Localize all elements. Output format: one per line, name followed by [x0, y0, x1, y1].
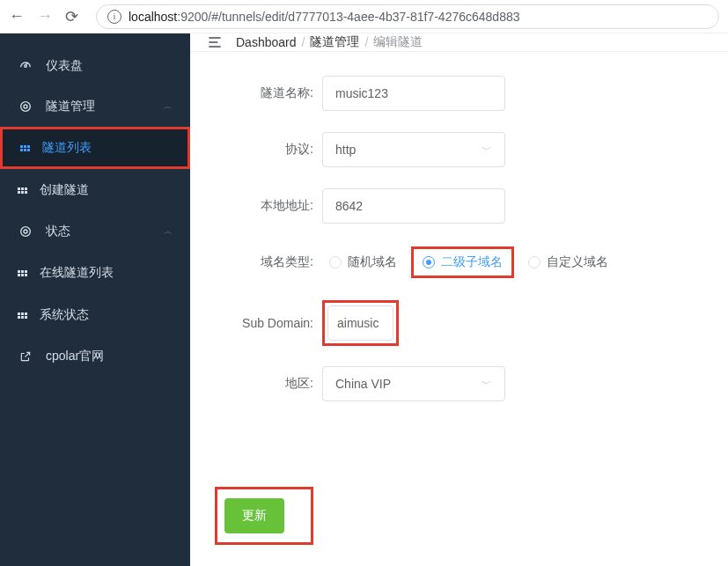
collapse-sidebar-button[interactable]	[206, 33, 224, 51]
browser-toolbar: ← → ⟳ i localhost:9200/#/tunnels/edit/d7…	[0, 0, 728, 33]
grid-icon	[18, 312, 27, 319]
grid-icon	[18, 270, 27, 276]
url-text: localhost:9200/#/tunnels/edit/d7777013-4…	[129, 10, 520, 24]
breadcrumb: Dashboard / 隧道管理 / 编辑隧道	[236, 34, 423, 50]
label-local-addr: 本地地址:	[199, 198, 322, 214]
sidebar-label: cpolar官网	[46, 349, 104, 364]
label-protocol: 协议:	[199, 142, 322, 158]
radio-icon	[528, 256, 540, 268]
grid-icon	[18, 187, 27, 194]
address-bar[interactable]: i localhost:9200/#/tunnels/edit/d7777013…	[96, 4, 719, 29]
breadcrumb-dashboard[interactable]: Dashboard	[236, 35, 297, 49]
chevron-up-icon: ︿	[164, 100, 173, 113]
sidebar-label: 隧道管理	[46, 99, 95, 114]
edit-tunnel-form: 隧道名称: 协议: http ﹀ 本地地址:	[190, 52, 728, 566]
sidebar-item-online-list[interactable]: 在线隧道列表	[0, 252, 190, 294]
region-select[interactable]: China VIP ﹀	[322, 366, 505, 401]
main-content: Dashboard / 隧道管理 / 编辑隧道 隧道名称: 协议: http	[190, 33, 728, 566]
chevron-down-icon: ﹀	[482, 143, 492, 158]
radio-label: 随机域名	[348, 254, 397, 270]
sub-domain-input[interactable]	[327, 305, 393, 341]
label-tunnel-name: 隧道名称:	[199, 85, 322, 101]
sidebar-label: 系统状态	[40, 307, 89, 323]
breadcrumb-current: 编辑隧道	[373, 34, 423, 50]
label-region: 地区:	[199, 376, 322, 392]
sidebar-label: 隧道列表	[42, 140, 92, 156]
sidebar-label: 在线隧道列表	[40, 265, 114, 281]
sidebar-label: 仪表盘	[46, 58, 83, 74]
sidebar-item-tunnels[interactable]: 隧道管理 ︿	[0, 86, 190, 127]
sidebar-label: 创建隧道	[40, 182, 89, 198]
sidebar-label: 状态	[46, 224, 70, 239]
radio-icon	[329, 256, 342, 268]
sidebar-item-system-status[interactable]: 系统状态	[0, 294, 190, 336]
reload-button[interactable]: ⟳	[65, 7, 78, 26]
radio-custom-domain[interactable]: 自定义域名	[521, 251, 615, 274]
sidebar-item-status[interactable]: 状态 ︿	[0, 211, 190, 252]
breadcrumb-separator: /	[302, 35, 305, 49]
label-sub-domain: Sub Domain:	[199, 316, 322, 330]
radio-label: 自定义域名	[547, 254, 608, 270]
breadcrumb-separator: /	[364, 35, 368, 49]
sidebar: 仪表盘 隧道管理 ︿ 隧道列表 创建隧道 状态 ︿ 在线隧道列表	[0, 33, 190, 566]
chevron-up-icon: ︿	[164, 225, 173, 238]
svg-point-0	[21, 102, 31, 112]
back-button[interactable]: ←	[9, 7, 25, 26]
gauge-icon	[18, 59, 33, 73]
forward-button[interactable]: →	[37, 7, 53, 26]
topbar: Dashboard / 隧道管理 / 编辑隧道	[190, 33, 728, 52]
region-value: China VIP	[335, 377, 391, 391]
radio-random-domain[interactable]: 随机域名	[322, 251, 404, 274]
radio-subdomain[interactable]: 二级子域名	[411, 246, 514, 278]
label-domain-type: 域名类型:	[199, 254, 322, 270]
grid-icon	[20, 145, 30, 151]
target-icon	[18, 99, 33, 114]
protocol-value: http	[335, 143, 356, 157]
highlight-box: 更新	[215, 487, 313, 545]
target-icon	[18, 224, 33, 239]
sidebar-item-dashboard[interactable]: 仪表盘	[0, 46, 190, 86]
highlight-box	[322, 300, 399, 346]
submit-button[interactable]: 更新	[224, 498, 284, 533]
radio-icon	[423, 256, 435, 268]
sidebar-item-tunnel-create[interactable]: 创建隧道	[0, 169, 190, 211]
chevron-down-icon: ﹀	[482, 377, 492, 392]
svg-point-1	[24, 105, 27, 108]
svg-point-2	[21, 227, 31, 237]
breadcrumb-tunnels[interactable]: 隧道管理	[310, 34, 359, 50]
radio-label: 二级子域名	[441, 254, 503, 270]
site-info-icon[interactable]: i	[107, 10, 121, 24]
sidebar-item-cpolar-site[interactable]: cpolar官网	[0, 336, 190, 377]
svg-point-3	[24, 230, 27, 233]
tunnel-name-input[interactable]	[322, 76, 505, 111]
sidebar-item-tunnel-list[interactable]: 隧道列表	[0, 127, 190, 169]
external-link-icon	[18, 350, 33, 363]
protocol-select[interactable]: http ﹀	[322, 132, 505, 167]
local-addr-input[interactable]	[322, 188, 505, 224]
